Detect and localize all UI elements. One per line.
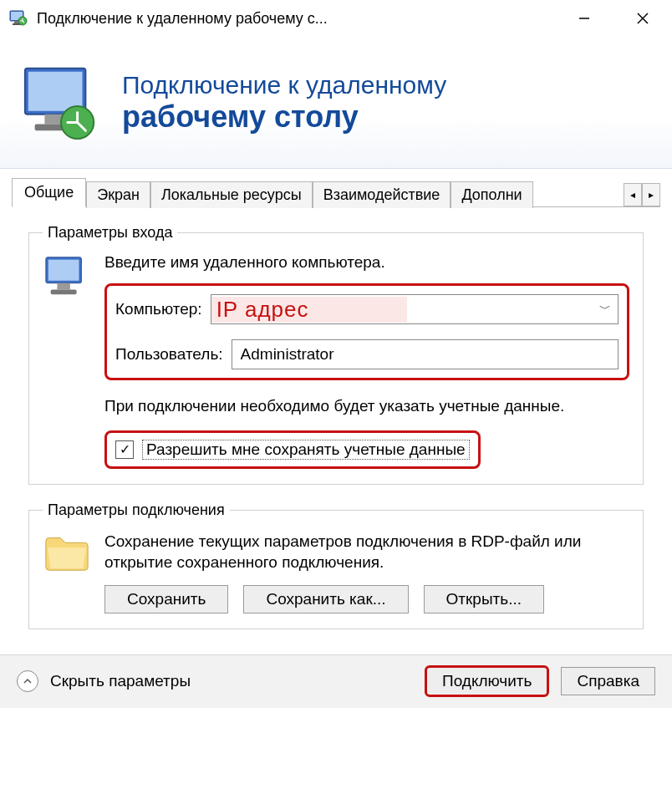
save-credentials-label: Разрешить мне сохранять учетные данные [142, 440, 470, 460]
connect-button[interactable]: Подключить [425, 665, 549, 697]
app-icon [8, 8, 28, 28]
open-button[interactable]: Открыть... [424, 585, 544, 613]
credentials-highlight-box: Компьютер: IP адрес ﹀ Пользователь: [104, 283, 629, 380]
banner-line1: Подключение к удаленному [122, 71, 446, 99]
save-credentials-highlight-box: ✓ Разрешить мне сохранять учетные данные [104, 430, 481, 469]
connection-legend: Параметры подключения [43, 501, 230, 519]
computer-icon [43, 253, 91, 298]
help-button[interactable]: Справка [561, 667, 655, 695]
banner-line2: рабочему столу [122, 99, 446, 135]
svg-rect-14 [48, 260, 79, 281]
window-buttons [555, 0, 672, 37]
login-legend: Параметры входа [43, 224, 177, 242]
folder-icon [43, 531, 91, 573]
collapse-icon[interactable] [17, 670, 38, 692]
hide-options-label[interactable]: Скрыть параметры [50, 672, 413, 690]
banner: Подключение к удаленному рабочему столу [0, 37, 672, 169]
login-instruction: Введите имя удаленного компьютера. [104, 253, 629, 272]
tab-scroll: ◂ ▸ [624, 183, 660, 206]
tab-content: Параметры входа Введите имя удаленного к… [12, 207, 660, 654]
computer-label: Компьютер: [115, 300, 202, 318]
tabstrip: Общие Экран Локальные ресурсы Взаимодейс… [12, 177, 660, 207]
svg-rect-9 [28, 71, 83, 110]
tab-advanced[interactable]: Дополни [451, 181, 532, 208]
tab-scroll-left[interactable]: ◂ [624, 183, 642, 206]
connection-desc: Сохранение текущих параметров подключени… [104, 531, 629, 573]
computer-combo[interactable]: IP адрес ﹀ [211, 294, 619, 324]
save-credentials-checkbox[interactable]: ✓ [115, 440, 134, 459]
save-as-button[interactable]: Сохранить как... [243, 585, 408, 613]
connection-fieldset: Параметры подключения Сохранение текущих… [28, 501, 644, 629]
chevron-down-icon: ﹀ [593, 302, 618, 317]
tab-general[interactable]: Общие [12, 178, 86, 207]
tab-local-resources[interactable]: Локальные ресурсы [150, 181, 313, 208]
svg-rect-15 [57, 283, 69, 290]
tab-scroll-right[interactable]: ▸ [642, 183, 660, 206]
banner-text: Подключение к удаленному рабочему столу [122, 71, 446, 135]
username-field[interactable] [232, 339, 619, 369]
close-button[interactable] [613, 0, 672, 37]
svg-rect-16 [51, 289, 77, 294]
login-fieldset: Параметры входа Введите имя удаленного к… [28, 224, 644, 485]
computer-value: IP адрес [211, 297, 407, 323]
titlebar: Подключение к удаленному рабочему с... [0, 0, 672, 37]
rdp-icon [20, 61, 102, 145]
window-title: Подключение к удаленному рабочему с... [37, 10, 555, 28]
minimize-button[interactable] [555, 0, 613, 37]
user-label: Пользователь: [115, 345, 223, 364]
tab-experience[interactable]: Взаимодействие [313, 181, 451, 208]
save-button[interactable]: Сохранить [104, 585, 228, 613]
credentials-note: При подключении необходимо будет указать… [104, 395, 629, 417]
footer: Скрыть параметры Подключить Справка [0, 654, 672, 708]
tab-display[interactable]: Экран [86, 181, 150, 208]
tabs-area: Общие Экран Локальные ресурсы Взаимодейс… [0, 169, 672, 654]
